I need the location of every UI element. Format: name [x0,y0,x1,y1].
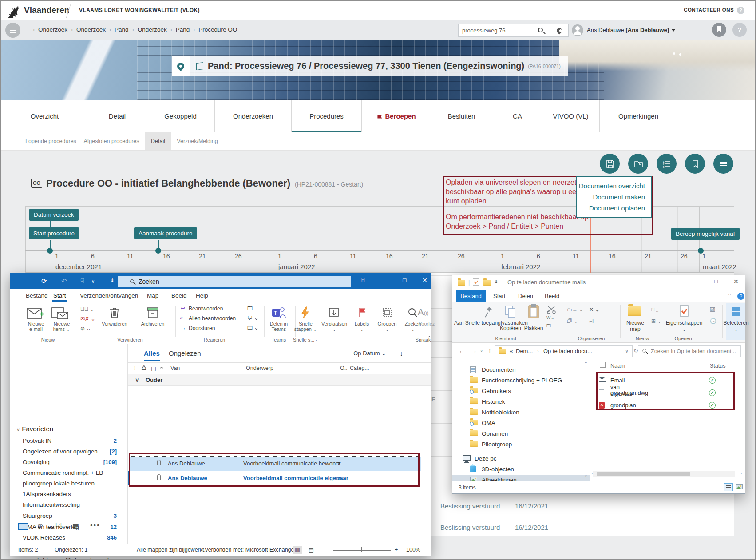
help-button[interactable]: ? [732,23,747,37]
search-button[interactable] [532,24,550,37]
tab-alles[interactable]: Alles [144,350,160,357]
tab[interactable]: Onderzoeken [214,100,291,132]
undo-icon[interactable]: ↶ [61,277,67,285]
tab[interactable]: Beroepen [361,100,430,132]
document-menu-item[interactable]: Documenten overzicht [577,180,651,191]
user-menu[interactable]: Ans Deblauwe [Ans Deblauwe] [587,27,675,33]
more-menu-button[interactable] [713,154,733,174]
save-button[interactable] [600,154,620,174]
h-scrollbar[interactable]: ‹ › [593,471,735,477]
breadcrumb-item[interactable]: Pand [176,26,190,33]
col-importance[interactable]: ! [134,365,135,371]
customize-qat-icon[interactable]: ⇟ [110,277,115,283]
event-badge[interactable]: Datum verzoek [29,209,79,221]
subtab[interactable]: Afgesloten procedures [82,132,141,150]
col-naam[interactable]: Naam [610,363,625,369]
event-badge[interactable]: Beroep mogelijk vanaf [671,228,740,240]
forward-icon[interactable]: → [470,347,477,355]
select-all-checkbox[interactable] [600,362,606,368]
outlook-menu-item[interactable]: Verzenden/ontvangen [80,292,138,299]
reading-view-icon[interactable]: ▤ [309,547,314,553]
folder-item[interactable]: Informatieuitwisseling [23,501,80,508]
outlook-menu-item[interactable]: Beeld [171,292,187,299]
explorer-search[interactable]: Zoeken in Op te laden document... [638,345,741,357]
list-button[interactable]: 123 [657,154,677,174]
tab[interactable]: VIVOO (VL) [542,100,599,132]
outlook-menu-item[interactable]: Map [147,292,158,299]
menu-beeld[interactable]: Beeld [545,293,559,299]
thumbnail-view-icon[interactable] [736,484,743,489]
table-row[interactable]: Beslissing verstuurd16/12/2021 [418,496,734,516]
menu-delen[interactable]: Delen [518,293,533,299]
account-header[interactable]: ∨ ans.deblauwe@vlaanderen.be [16,556,115,560]
help-icon[interactable]: ? [737,293,744,300]
zoom-out-icon[interactable]: — [326,547,332,553]
tab[interactable]: Procedures [291,100,361,132]
table-row[interactable]: Beslissing verstuurd16/12/2021 [418,519,734,536]
crumb-dropdown-icon[interactable]: ∨ [625,348,629,354]
qat-folder-icon[interactable] [483,280,491,286]
zoom-thumb[interactable] [361,547,362,552]
menu-button[interactable] [5,23,20,38]
scroll-up-icon[interactable]: ⌃ [584,361,588,366]
subtab[interactable]: Lopende procedures [23,132,79,150]
breadcrumb-item[interactable]: Procedure OO [198,26,237,33]
menu-bestand[interactable]: Bestand [456,290,486,302]
event-badge[interactable]: Start procedure [29,227,79,239]
zoom-level[interactable]: 100% [406,547,420,553]
qat-dropdown-icon[interactable]: ⇟ [494,279,498,285]
breadcrumb[interactable]: ›Onderzoek›Onderzoek›Pand›Onderzoek›Pand… [29,26,237,33]
sort-direction-icon[interactable]: ↓ [400,350,404,357]
col-van[interactable]: Van [170,365,180,371]
maximize-icon[interactable]: □ [403,277,406,284]
touch-mode-icon[interactable]: ☟ [80,277,84,285]
tab[interactable]: Detail [88,100,146,132]
calendar-module-icon[interactable]: ▦ [72,521,79,530]
tasks-module-icon[interactable]: ☑ [55,521,62,530]
history-dropdown-icon[interactable]: ∨ [480,348,483,353]
minimize-icon[interactable]: — [694,278,700,285]
details-view-icon[interactable] [724,483,733,491]
ribbon-toggle-icon[interactable]: ⍐ [361,277,364,284]
breadcrumb-item[interactable]: Onderzoek [76,26,106,33]
col-onderwerp[interactable]: Onderwerp [246,365,273,371]
outlook-menu-item[interactable]: Start [53,292,66,299]
folder-item[interactable]: 1Afsprakenkaders [23,491,71,497]
col-categorie[interactable]: Categ... [350,365,369,371]
folder-item[interactable]: Ongelezen of voor opvolgen [23,448,98,455]
outlook-search[interactable]: Zoeken [118,276,351,287]
bookmark-button[interactable] [712,23,726,37]
folder-group[interactable]: ∨ Favorieten [16,425,53,433]
group-row[interactable]: ∨Ouder [128,374,431,386]
crumb-parent[interactable]: Dem... [516,348,533,354]
chevron-down-icon[interactable]: ∨ [91,279,95,284]
explorer-titlebar[interactable]: | ⇟ Op te laden documentne mails — □ ✕ [452,275,745,290]
brand-vlaanderen[interactable]: Vlaanderen [24,5,69,15]
outlook-titlebar[interactable]: ⟳ ↶ ☟ ∨ ⇟ Zoeken ⍐ — □ ✕ [10,273,431,289]
reading-pane-icon[interactable]: ▥ [293,546,302,554]
event-badge[interactable]: Aanmaak procedure [134,227,197,239]
map-pin-button[interactable] [172,56,190,76]
outlook-menu-item[interactable]: Bestand [26,292,48,299]
col-icon[interactable]: ▢ [151,365,156,372]
locate-button[interactable] [550,24,569,37]
help-icon[interactable]: ? [737,7,744,14]
maximize-icon[interactable]: □ [714,278,718,285]
tab[interactable]: Besluiten [430,100,493,132]
close-icon[interactable]: ✕ [733,278,739,285]
outlook-menu-item[interactable]: Help [196,292,208,299]
col-o[interactable]: O.. [340,365,348,371]
tab[interactable]: Overzicht [1,100,88,132]
search-input[interactable] [458,24,532,37]
tab[interactable]: Opmerkingen [599,100,677,132]
folder-item[interactable]: pilootgroep lokale besturen [23,480,95,487]
breadcrumb-bar[interactable]: « Dem... › Op te laden docu... ∨ [495,345,633,357]
scroll-down-icon[interactable]: ⌄ [584,473,588,477]
tab[interactable]: CA [493,100,542,132]
collapse-ribbon-icon[interactable]: ⌃ [728,293,732,298]
col-status[interactable]: Status [710,363,725,369]
close-icon[interactable]: ✕ [422,277,427,284]
more-modules-icon[interactable]: ••• [90,521,100,529]
contact-link[interactable]: CONTACTEER ONS [684,7,734,12]
sort-by[interactable]: Op Datum ⌄ [353,350,386,357]
